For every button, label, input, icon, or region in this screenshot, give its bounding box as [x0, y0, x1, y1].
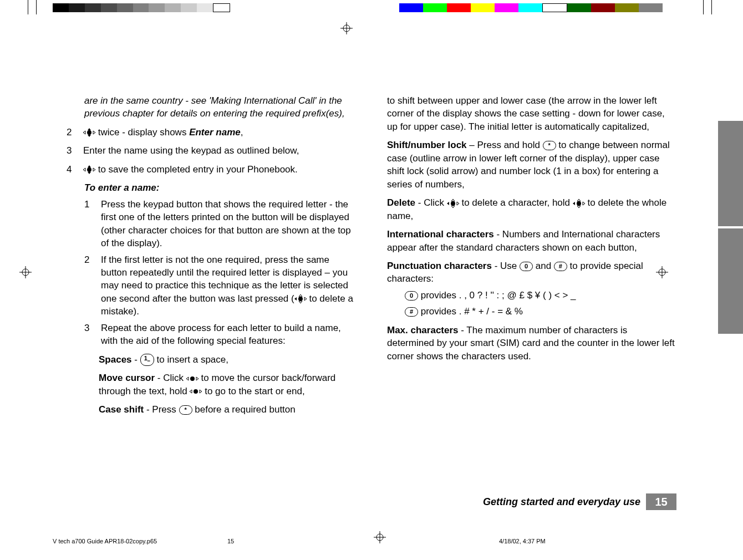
key-star-icon: * [543, 141, 556, 150]
page-number: 15 [646, 493, 676, 510]
crop-tick [703, 0, 704, 14]
step-text: Press the keypad button that shows the r… [101, 198, 356, 250]
feature-international: International characters - Numbers and I… [387, 228, 676, 254]
svg-marker-40 [577, 206, 581, 208]
joystick-left-icon [573, 199, 585, 208]
crop-tick [711, 0, 712, 14]
feature-spaces: Spaces - 1∞ to insert a space, [99, 353, 356, 366]
svg-marker-14 [88, 135, 91, 137]
key-1-icon: 1∞ [140, 354, 154, 366]
key-0-icon: 0 [520, 262, 533, 271]
registration-color [399, 3, 663, 12]
key-hash-icon: # [405, 307, 418, 317]
enter-step-3: 3 Repeat the above process for each lett… [84, 322, 356, 348]
svg-marker-35 [451, 206, 455, 208]
enter-step-2: 2 If the first letter is not the one req… [84, 253, 356, 318]
key-star-icon: * [179, 405, 192, 415]
feature-label: Spaces [99, 354, 132, 365]
svg-marker-34 [451, 199, 455, 201]
prepress-file: V tech a700 Guide APR18-02copy.p65 [53, 538, 157, 544]
feature-label: International characters [387, 229, 494, 240]
svg-marker-31 [190, 390, 192, 393]
svg-marker-28 [186, 377, 189, 380]
thumb-tab [718, 228, 743, 334]
crop-tick [28, 0, 28, 14]
feature-label: Move cursor [99, 373, 155, 383]
joystick-horizontal-icon [186, 374, 199, 383]
svg-marker-18 [88, 165, 91, 167]
step-2: 2 twice - display shows Enter name, [67, 126, 356, 139]
feature-label: Punctuation characters [387, 261, 492, 271]
joystick-left-icon [447, 199, 459, 208]
step-number: 3 [84, 322, 93, 348]
feature-move-cursor: Move cursor - Click to move the cursor b… [99, 371, 356, 398]
char-list: provides . , 0 ? ! '' : ; @ £ $ ¥ ( ) < … [421, 290, 576, 301]
column-right: to shift between upper and lower case (t… [387, 94, 676, 416]
key-hash-icon: # [554, 262, 567, 271]
feature-max-chars: Max. characters - The maximum number of … [387, 324, 676, 363]
crop-tick [36, 0, 37, 14]
svg-marker-20 [83, 168, 85, 171]
svg-point-33 [451, 201, 455, 206]
feature-label: Max. characters [387, 325, 459, 335]
feature-label: Case shift [99, 404, 144, 415]
feature-shift-lock: Shift/number lock – Press and hold * to … [387, 139, 676, 191]
joystick-icon [83, 128, 95, 137]
section-title: Getting started and everyday use [483, 496, 640, 508]
feature-delete: Delete - Click to delete a character, ho… [387, 196, 676, 222]
svg-marker-41 [573, 202, 575, 205]
step-number: 2 [84, 253, 93, 318]
column-left: are in the same country - see 'Making In… [67, 94, 356, 416]
svg-point-22 [298, 297, 303, 301]
svg-marker-24 [299, 301, 302, 303]
step-4: 4 to save the completed entry in your Ph… [67, 163, 356, 176]
step-number: 2 [67, 126, 75, 139]
key-0-icon: 0 [405, 291, 418, 301]
feature-label: Delete [387, 197, 415, 208]
punct-row-hash: # provides . # * + / - = & % [405, 305, 676, 318]
punct-row-0: 0 provides . , 0 ? ! '' : ; @ £ $ ¥ ( ) … [405, 289, 676, 302]
feature-label: Shift/number lock [387, 140, 467, 150]
svg-marker-25 [294, 297, 297, 301]
feature-case-shift: Case shift - Press * before a required b… [99, 403, 356, 416]
step-text: Enter the name using the keypad as outli… [83, 144, 356, 157]
step-text: twice - display shows [95, 127, 189, 138]
enter-step-1: 1 Press the keypad button that shows the… [84, 198, 356, 250]
step-3: 3 Enter the name using the keypad as out… [67, 144, 356, 157]
prepress-page: 15 [227, 538, 234, 544]
registration-grayscale [53, 3, 230, 12]
svg-marker-19 [88, 172, 91, 174]
step-number: 3 [67, 144, 75, 157]
svg-point-30 [194, 389, 198, 394]
step-text: to save the completed entry in your Phon… [95, 164, 298, 175]
feature-case-shift-cont: to shift between upper and lower case (t… [387, 94, 676, 133]
svg-point-12 [87, 130, 91, 135]
feature-text: to insert a space, [154, 354, 228, 365]
svg-marker-15 [83, 131, 85, 134]
intro-note: are in the same country - see 'Making In… [84, 94, 356, 120]
feature-punctuation: Punctuation characters - Use 0 and # to … [387, 259, 676, 286]
svg-marker-23 [299, 294, 302, 297]
running-footer: Getting started and everyday use 15 [483, 493, 676, 510]
registration-target-icon [19, 266, 32, 278]
enter-name-heading: To enter a name: [84, 181, 356, 194]
svg-marker-13 [88, 128, 91, 130]
registration-target-icon [340, 22, 353, 34]
registration-target-icon [374, 531, 386, 543]
step-number: 4 [67, 163, 75, 176]
joystick-left-icon [294, 294, 307, 303]
svg-point-17 [87, 167, 91, 172]
step-number: 1 [84, 198, 93, 250]
svg-point-27 [190, 376, 195, 381]
thumb-tab [718, 121, 743, 226]
page-content: are in the same country - see 'Making In… [67, 94, 676, 416]
char-list: provides . # * + / - = & % [421, 306, 523, 317]
svg-marker-36 [447, 202, 449, 205]
svg-point-38 [577, 201, 581, 206]
enter-name-label: Enter name [189, 127, 241, 138]
svg-marker-39 [577, 199, 581, 201]
joystick-horizontal-icon [190, 387, 202, 396]
joystick-icon [83, 165, 95, 174]
prepress-date: 4/18/02, 4:37 PM [499, 538, 546, 544]
step-text: Repeat the above process for each letter… [101, 322, 356, 348]
